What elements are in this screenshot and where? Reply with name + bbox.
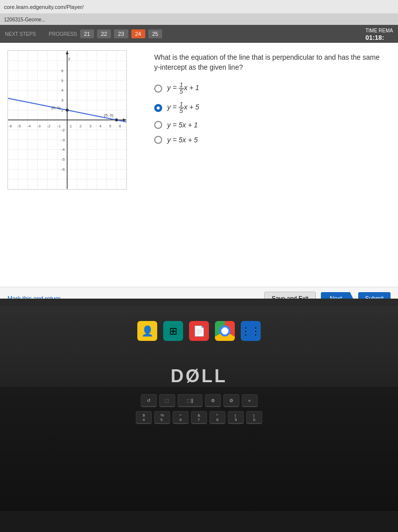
svg-marker-56 — [66, 51, 69, 54]
svg-text:4: 4 — [61, 88, 64, 93]
svg-text:2: 2 — [80, 124, 82, 128]
svg-text:3: 3 — [90, 124, 92, 128]
taskbar-icon-blue[interactable]: ⋮⋮ — [241, 321, 261, 341]
top-nav: NEXT STEPS PROGRESS 21 22 23 24 25 TIME … — [0, 25, 398, 43]
option-1[interactable]: y = 15x + 1 — [154, 82, 383, 95]
screen: core.learn.edgenuity.com/Player/ 1206315… — [0, 0, 398, 299]
svg-text:(0; 1): (0; 1) — [51, 106, 61, 110]
next-button[interactable]: Next — [321, 292, 353, 299]
options-list: y = 15x + 1 y = 15x + 5 y = 5x + 1 — [154, 82, 383, 144]
main-content: 1 2 3 4 5 6 x -1 -2 -3 -4 -5 -6 2 3 4 — [0, 43, 398, 287]
svg-text:1: 1 — [70, 124, 72, 128]
footer: Mark this and return Save and Exit Next … — [0, 287, 398, 299]
taskbar-icon-chrome[interactable] — [215, 321, 235, 341]
nav-btn-23[interactable]: 23 — [114, 29, 128, 38]
option-2-label: y = 15x + 5 — [167, 102, 199, 114]
svg-text:-1: -1 — [57, 124, 61, 128]
radio-4 — [154, 136, 162, 144]
option-4-label: y = 5x + 5 — [167, 136, 198, 144]
taskbar-icon-grid[interactable]: ⊞ — [163, 321, 183, 341]
nav-steps-label: NEXT STEPS — [5, 31, 36, 37]
key-9[interactable]: (9 — [228, 411, 244, 424]
question-text: What is the equation of the line that is… — [154, 53, 383, 72]
option-1-label: y = 15x + 1 — [167, 82, 199, 95]
keyboard-area: ↺ ⬚ ⬚‖ ⚙ ⚙ « $4 %5 ^6 &7 *8 (9 )0 — [0, 387, 398, 511]
option-3-label: y = 5x + 1 — [167, 121, 198, 129]
key-window[interactable]: ⬚ — [159, 394, 175, 407]
svg-point-51 — [66, 108, 69, 111]
laptop-body: 👤 ⊞ 📄 ⋮⋮ DØLL ↺ ⬚ ⬚‖ ⚙ ⚙ « $4 %5 ^6 &7 *… — [0, 306, 398, 532]
browser-bar: core.learn.edgenuity.com/Player/ — [0, 0, 398, 14]
radio-3 — [154, 121, 162, 129]
radio-1 — [154, 85, 162, 93]
submit-button[interactable]: Submit — [358, 292, 391, 299]
svg-text:-3: -3 — [61, 138, 65, 142]
key-0[interactable]: )0 — [246, 411, 262, 424]
taskbar-icon-person[interactable]: 👤 — [137, 321, 157, 341]
timer-value: 01:18: — [365, 34, 384, 41]
svg-text:-4: -4 — [27, 124, 31, 128]
svg-text:-3: -3 — [37, 124, 41, 128]
svg-text:-6: -6 — [61, 167, 65, 172]
svg-text:-5: -5 — [61, 157, 65, 162]
radio-2 — [154, 104, 162, 112]
nav-btn-24[interactable]: 24 — [131, 29, 145, 38]
timer: TIME REMA 01:18: — [365, 26, 393, 41]
key-splitscreen[interactable]: ⬚‖ — [178, 394, 202, 407]
svg-point-53 — [115, 118, 118, 121]
key-back[interactable]: « — [242, 394, 258, 407]
nav-btn-21[interactable]: 21 — [80, 29, 94, 38]
keyboard-row-1: ↺ ⬚ ⬚‖ ⚙ ⚙ « — [10, 394, 388, 407]
graph-container: 1 2 3 4 5 6 x -1 -2 -3 -4 -5 -6 2 3 4 — [7, 50, 127, 190]
svg-text:-4: -4 — [61, 147, 65, 152]
option-4[interactable]: y = 5x + 5 — [154, 136, 383, 144]
svg-text:6: 6 — [119, 124, 121, 128]
dell-logo: DØLL — [0, 366, 398, 387]
svg-text:-5: -5 — [17, 124, 21, 128]
nav-btn-22[interactable]: 22 — [97, 29, 111, 38]
laptop-bezel — [0, 299, 398, 306]
svg-text:4: 4 — [99, 124, 101, 128]
key-4[interactable]: $4 — [136, 411, 152, 424]
key-refresh[interactable]: ↺ — [141, 394, 157, 407]
option-2[interactable]: y = 15x + 5 — [154, 102, 383, 114]
svg-text:y: y — [68, 56, 70, 61]
svg-text:-2: -2 — [47, 124, 50, 128]
option-3[interactable]: y = 5x + 1 — [154, 121, 383, 129]
tab-label: 1206315-Geome... — [4, 17, 45, 22]
key-settings1[interactable]: ⚙ — [205, 394, 221, 407]
save-exit-button[interactable]: Save and Exit — [264, 292, 316, 299]
graph-svg: 1 2 3 4 5 6 x -1 -2 -3 -4 -5 -6 2 3 4 — [8, 51, 126, 189]
svg-text:6: 6 — [61, 69, 64, 73]
taskbar: 👤 ⊞ 📄 ⋮⋮ — [0, 306, 398, 341]
graph-area: 1 2 3 4 5 6 x -1 -2 -3 -4 -5 -6 2 3 4 — [5, 48, 144, 282]
key-settings2[interactable]: ⚙ — [223, 394, 239, 407]
key-5[interactable]: %5 — [154, 411, 170, 424]
timer-label: TIME REMA — [365, 28, 393, 33]
keyboard-row-2: $4 %5 ^6 &7 *8 (9 )0 — [10, 411, 388, 424]
tab-bar: 1206315-Geome... — [0, 14, 398, 25]
svg-text:5: 5 — [109, 124, 111, 128]
svg-text:-6: -6 — [8, 124, 12, 128]
taskbar-icon-doc[interactable]: 📄 — [189, 321, 209, 341]
url-bar: core.learn.edgenuity.com/Player/ — [4, 4, 84, 10]
mark-return-link[interactable]: Mark this and return — [7, 295, 61, 299]
progress-label: PROGRESS — [49, 31, 77, 37]
svg-text:3: 3 — [61, 98, 64, 103]
key-8[interactable]: *8 — [209, 411, 225, 424]
key-6[interactable]: ^6 — [173, 411, 189, 424]
svg-text:5: 5 — [61, 79, 64, 83]
svg-text:-2: -2 — [61, 128, 65, 132]
svg-text:(5, 0): (5, 0) — [104, 113, 113, 117]
key-7[interactable]: &7 — [191, 411, 207, 424]
question-area: What is the equation of the line that is… — [144, 48, 393, 282]
nav-btn-25[interactable]: 25 — [148, 29, 162, 38]
